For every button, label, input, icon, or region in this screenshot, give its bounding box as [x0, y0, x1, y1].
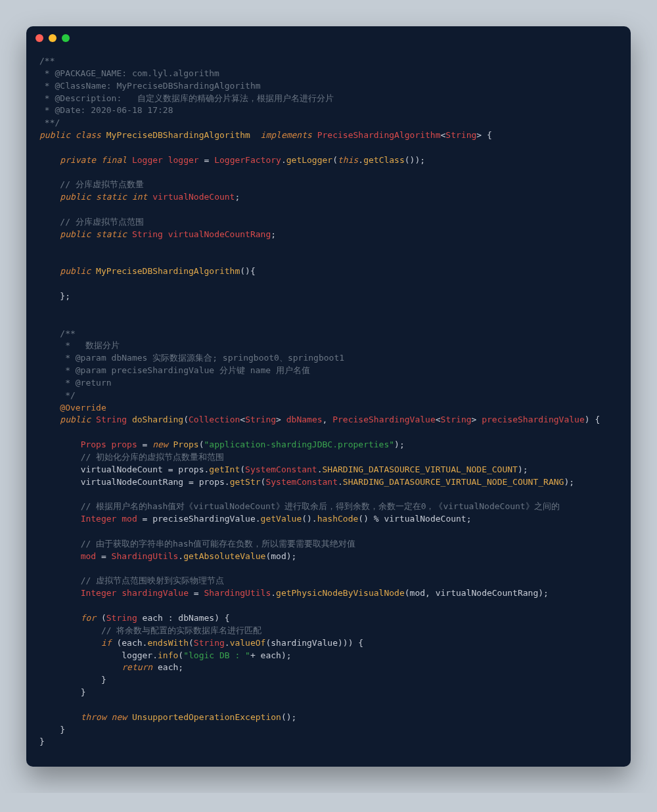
- op: > {: [476, 130, 491, 140]
- minimize-icon[interactable]: [49, 34, 57, 42]
- lhs: virtualNodeCount: [81, 464, 163, 474]
- var: each: [143, 613, 163, 623]
- kw-new: new: [112, 712, 127, 722]
- op: ();: [281, 712, 296, 722]
- maximize-icon[interactable]: [62, 34, 70, 42]
- constructor: MyPreciseDBShardingAlgorithm: [96, 266, 240, 276]
- op: (: [405, 588, 410, 598]
- arg: shardingValue: [271, 638, 338, 648]
- op: ());: [405, 155, 425, 165]
- arg: each: [261, 650, 281, 660]
- op: :: [163, 613, 178, 623]
- kw: public: [60, 192, 91, 202]
- op: .: [271, 588, 276, 598]
- op: +: [250, 650, 261, 660]
- arg: virtualNodeCountRang: [436, 588, 539, 598]
- class-ref: SystemConstant: [265, 477, 338, 487]
- lhs: mod: [81, 551, 96, 561]
- op: ().: [302, 514, 317, 524]
- type: Integer: [81, 514, 117, 524]
- op: (: [112, 638, 122, 648]
- obj: props: [199, 477, 225, 487]
- code-block: /** * @PACKAGE_NAME: com.lyl.algorithm *…: [26, 50, 631, 767]
- op: ;: [178, 662, 183, 672]
- param: dbNames: [286, 415, 323, 424]
- type: String: [96, 415, 127, 424]
- op: () %: [358, 514, 384, 524]
- type: Logger: [132, 155, 163, 165]
- comment: /**: [39, 56, 55, 66]
- kw: int: [132, 192, 147, 202]
- arg: each: [158, 662, 178, 672]
- op: =: [189, 588, 204, 598]
- op: .: [358, 155, 363, 165]
- op: );: [281, 650, 292, 660]
- field: logger: [168, 155, 199, 165]
- kw-public: public: [39, 130, 70, 140]
- op: ))) {: [338, 638, 363, 648]
- kw: final: [101, 155, 127, 165]
- kw: private: [60, 155, 96, 165]
- class-ref: UnsupportedOperationException: [132, 712, 281, 722]
- comment: // 由于获取的字符串的hash值可能存在负数，所以需要需要取其绝对值: [81, 539, 356, 549]
- op: ;: [271, 229, 276, 239]
- comment: // 初始化分库的虚拟节点数量和范围: [81, 452, 224, 462]
- type: Integer: [81, 588, 117, 598]
- brace: }: [101, 675, 106, 685]
- op: =: [163, 464, 178, 474]
- kw: static: [96, 229, 127, 239]
- class-ref: ShardingUtils: [204, 588, 271, 598]
- lhs: virtualNodeCountRang: [81, 477, 184, 487]
- type: String: [106, 613, 137, 623]
- type: Collection: [189, 415, 240, 424]
- class-ref: ShardingUtils: [112, 551, 179, 561]
- comment: * @ClassName: MyPreciseDBShardingAlgorit…: [39, 81, 261, 91]
- annotation: @Override: [60, 403, 106, 413]
- op: =: [183, 477, 198, 487]
- obj: props: [178, 464, 204, 474]
- method: valueOf: [230, 638, 266, 648]
- op: );: [286, 551, 297, 561]
- field: virtualNodeCountRang: [168, 229, 271, 239]
- op: .: [225, 477, 230, 487]
- class-name: MyPreciseDBShardingAlgorithm: [106, 130, 250, 140]
- field: virtualNodeCount: [152, 192, 235, 202]
- method-name: doSharding: [132, 415, 183, 424]
- comment: * @PACKAGE_NAME: com.lyl.algorithm: [39, 68, 219, 78]
- kw-implements: implements: [261, 130, 312, 140]
- close-icon[interactable]: [35, 34, 43, 42]
- type: String: [132, 229, 163, 239]
- obj: preciseShardingValue: [152, 514, 256, 524]
- op: =: [96, 551, 111, 561]
- op: ) {: [214, 613, 229, 623]
- kw: static: [96, 192, 127, 202]
- type: String: [245, 415, 276, 424]
- op: (: [178, 650, 183, 660]
- op: (: [189, 638, 194, 648]
- kw: public: [60, 415, 91, 424]
- code-window: /** * @PACKAGE_NAME: com.lyl.algorithm *…: [26, 26, 631, 767]
- type: String: [441, 415, 472, 424]
- comment: // 虚拟节点范围映射到实际物理节点: [81, 575, 224, 585]
- op: );: [394, 440, 405, 449]
- comment: * @param dbNames 实际数据源集合; springboot0、sp…: [60, 353, 344, 363]
- op: ,: [323, 415, 333, 424]
- kw-class: class: [76, 130, 101, 140]
- method: hashCode: [317, 514, 359, 524]
- op: );: [564, 477, 574, 487]
- arg: mod: [271, 551, 286, 561]
- var: mod: [122, 514, 137, 524]
- brace: }: [39, 736, 45, 746]
- comment: **/: [39, 118, 60, 127]
- method-call: getStr: [230, 477, 261, 487]
- string: "logic DB : ": [183, 650, 250, 660]
- comment: // 根据用户名的hash值对《virtualNodeCount》进行取余后，得…: [81, 501, 560, 511]
- op: =: [137, 440, 152, 449]
- op: );: [518, 464, 528, 474]
- method-call: getLogger: [286, 155, 332, 165]
- op: (: [183, 415, 189, 424]
- var: props: [112, 440, 137, 449]
- comment: * @param preciseShardingValue 分片键 name 用…: [60, 365, 310, 375]
- op: .: [338, 477, 343, 487]
- brace: }: [81, 687, 86, 697]
